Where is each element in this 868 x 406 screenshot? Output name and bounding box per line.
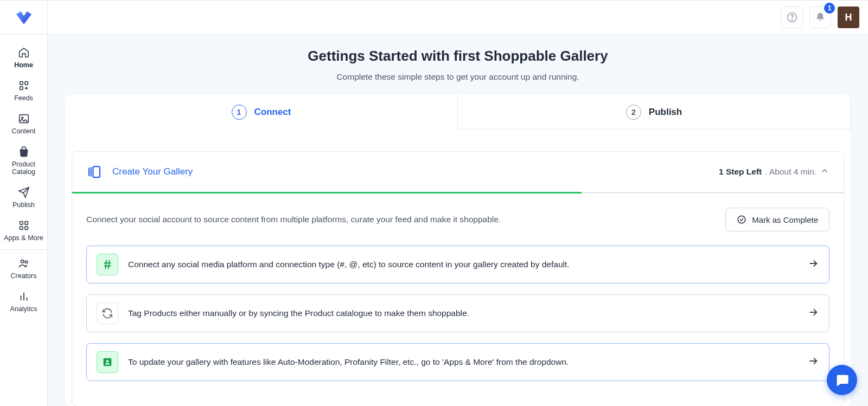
step-number: 1 (232, 105, 247, 120)
send-icon (18, 186, 30, 198)
check-circle-icon (737, 215, 746, 224)
grid-icon (18, 220, 30, 231)
svg-rect-8 (24, 222, 28, 225)
arrow-right-icon (807, 257, 819, 272)
chevron-up-icon[interactable] (820, 166, 829, 178)
sidebar-label: Creators (11, 272, 37, 280)
sidebar-label: Product Catalog (3, 160, 45, 176)
sidebar-item-apps-more[interactable]: Apps & More (3, 214, 45, 247)
notification-badge: 1 (824, 3, 835, 14)
tab-publish[interactable]: 2 Publish (457, 95, 851, 130)
progress-bar (72, 192, 844, 194)
sidebar-item-content[interactable]: Content (3, 107, 45, 140)
time-estimate: . About 4 min. (765, 167, 816, 177)
contact-icon (97, 351, 118, 373)
svg-point-12 (25, 261, 28, 263)
page-title: Gettings Started with first Shoppable Ga… (48, 48, 868, 65)
sync-icon (97, 302, 118, 324)
svg-rect-3 (24, 82, 28, 85)
sidebar-item-publish[interactable]: Publish (3, 181, 45, 214)
gallery-card: Create Your Gallery 1 Step Left . About … (72, 151, 844, 406)
svg-rect-9 (20, 227, 23, 230)
sidebar-label: Content (12, 127, 36, 135)
svg-rect-7 (20, 222, 23, 225)
help-button[interactable] (781, 7, 803, 28)
heart-logo-icon (15, 8, 33, 27)
topbar: 1 H (0, 0, 868, 35)
svg-point-16 (106, 360, 109, 363)
step-text: To update your gallery with features lik… (128, 357, 569, 367)
sidebar-separator (0, 249, 47, 250)
svg-point-11 (21, 260, 24, 263)
sidebar-item-feeds[interactable]: Feeds (3, 74, 45, 107)
arrow-right-icon (807, 355, 819, 369)
card-header[interactable]: Create Your Gallery 1 Step Left . About … (72, 152, 844, 192)
steps-left: 1 Step Left (719, 167, 762, 177)
help-icon (787, 12, 797, 23)
image-icon (18, 113, 30, 125)
sidebar: Home Feeds Content Product Catalog Publi… (0, 35, 48, 406)
sidebar-item-product-catalog[interactable]: Product Catalog (3, 140, 45, 181)
chart-icon (18, 291, 30, 302)
arrow-right-icon (807, 306, 819, 320)
step-connect-social[interactable]: Connect any social media platform and co… (86, 246, 829, 283)
bag-icon (18, 146, 30, 158)
bell-icon (815, 12, 826, 23)
sidebar-item-creators[interactable]: Creators (3, 252, 45, 285)
sidebar-label: Feeds (14, 94, 33, 102)
svg-point-1 (792, 20, 792, 20)
gallery-description: Connect your social account to source co… (86, 215, 501, 224)
tab-label: Connect (254, 107, 291, 118)
sidebar-item-home[interactable]: Home (3, 41, 45, 74)
step-update-gallery[interactable]: To update your gallery with features lik… (86, 343, 829, 381)
tab-connect[interactable]: 1 Connect (65, 95, 457, 130)
main-content: Gettings Started with first Shoppable Ga… (48, 35, 868, 406)
sidebar-label: Publish (12, 201, 35, 209)
svg-rect-2 (20, 82, 23, 85)
gallery-icon (86, 164, 103, 180)
step-number: 2 (626, 105, 641, 120)
notifications-button[interactable]: 1 (809, 7, 831, 28)
card-title: Create Your Gallery (112, 166, 193, 177)
progress-fill (72, 192, 582, 194)
sidebar-label: Home (14, 61, 33, 69)
svg-point-14 (738, 216, 746, 223)
tabs-card: 1 Connect 2 Publish Create Your Gallery … (65, 95, 851, 406)
step-tag-products[interactable]: Tag Products either manually or by synci… (86, 294, 829, 332)
step-text: Tag Products either manually or by synci… (128, 308, 469, 318)
svg-rect-10 (24, 227, 28, 230)
avatar[interactable]: H (838, 7, 859, 28)
svg-point-6 (21, 117, 23, 119)
tab-label: Publish (649, 107, 682, 118)
mark-complete-button[interactable]: Mark as Complete (725, 208, 829, 231)
svg-rect-13 (93, 166, 100, 177)
sidebar-item-analytics[interactable]: Analytics (3, 285, 45, 318)
sidebar-label: Analytics (10, 305, 37, 313)
mark-complete-label: Mark as Complete (752, 215, 818, 224)
hash-icon (97, 254, 118, 275)
users-icon (18, 257, 30, 269)
logo[interactable] (0, 1, 48, 34)
page-subtitle: Complete these simple steps to get your … (48, 72, 868, 82)
chat-fab[interactable] (827, 365, 857, 395)
chat-icon (834, 372, 850, 388)
feeds-icon (18, 80, 30, 92)
svg-rect-4 (20, 87, 23, 90)
step-text: Connect any social media platform and co… (128, 260, 570, 269)
home-icon (18, 47, 30, 59)
sidebar-label: Apps & More (4, 234, 43, 242)
